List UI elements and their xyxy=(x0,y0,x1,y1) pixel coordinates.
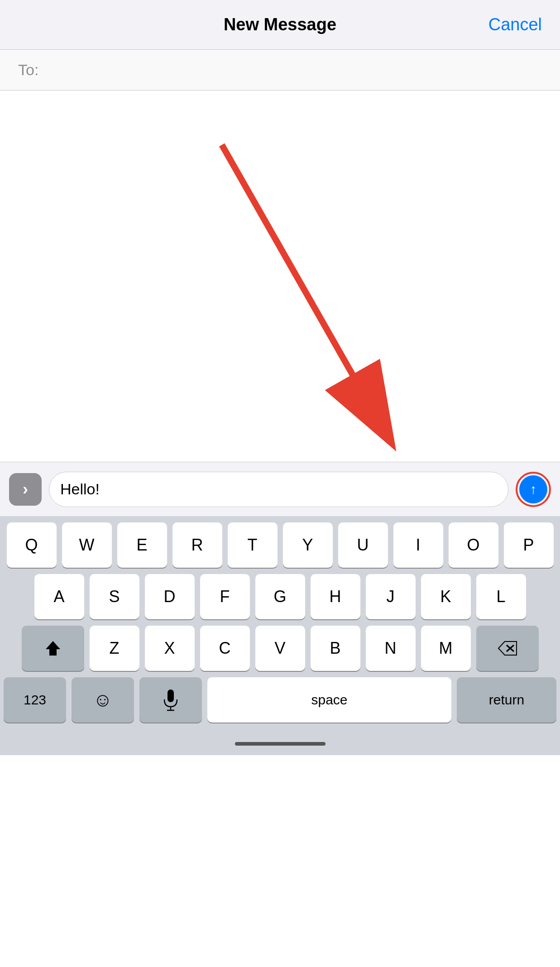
send-button-wrapper: ↑ xyxy=(516,472,551,507)
input-bar: › ↑ xyxy=(0,462,560,516)
keyboard-row-2: A S D F G H J K L xyxy=(4,574,556,619)
key-n[interactable]: N xyxy=(366,626,416,671)
message-input[interactable] xyxy=(60,480,497,498)
key-c[interactable]: C xyxy=(200,626,250,671)
to-label: To: xyxy=(18,61,38,79)
expand-button[interactable]: › xyxy=(9,473,42,506)
key-u[interactable]: U xyxy=(338,522,388,568)
key-r[interactable]: R xyxy=(172,522,222,568)
message-input-wrapper xyxy=(49,472,508,507)
key-l[interactable]: L xyxy=(476,574,526,619)
key-t[interactable]: T xyxy=(228,522,278,568)
emoji-key[interactable]: ☺ xyxy=(72,677,134,723)
key-s[interactable]: S xyxy=(90,574,139,619)
key-z[interactable]: Z xyxy=(90,626,139,671)
to-input[interactable] xyxy=(43,61,542,79)
send-button[interactable]: ↑ xyxy=(519,475,547,503)
chevron-right-icon: › xyxy=(23,480,28,499)
page-title: New Message xyxy=(224,15,336,34)
message-body xyxy=(0,91,560,462)
key-y[interactable]: Y xyxy=(283,522,333,568)
key-a[interactable]: A xyxy=(34,574,84,619)
bottom-bar xyxy=(0,732,560,755)
numbers-key[interactable]: 123 xyxy=(4,677,66,723)
annotation-arrow xyxy=(0,91,560,462)
svg-marker-2 xyxy=(46,641,60,656)
key-q[interactable]: Q xyxy=(7,522,57,568)
key-h[interactable]: H xyxy=(311,574,360,619)
key-w[interactable]: W xyxy=(62,522,112,568)
key-i[interactable]: I xyxy=(393,522,443,568)
keyboard-row-3: Z X C V B N M xyxy=(4,626,556,671)
to-field-row: To: xyxy=(0,50,560,91)
key-k[interactable]: K xyxy=(421,574,471,619)
delete-key[interactable] xyxy=(476,626,539,671)
keyboard-row-1: Q W E R T Y U I O P xyxy=(4,522,556,568)
space-key[interactable]: space xyxy=(207,677,451,723)
cancel-button[interactable]: Cancel xyxy=(488,15,542,34)
key-b[interactable]: B xyxy=(311,626,360,671)
key-o[interactable]: O xyxy=(449,522,498,568)
mic-key[interactable] xyxy=(139,677,202,723)
svg-line-1 xyxy=(222,145,371,407)
key-p[interactable]: P xyxy=(504,522,554,568)
home-indicator xyxy=(235,742,325,746)
key-f[interactable]: F xyxy=(200,574,250,619)
header: New Message Cancel xyxy=(0,0,560,50)
keyboard: Q W E R T Y U I O P A S D F G H J K L Z … xyxy=(0,516,560,732)
key-m[interactable]: M xyxy=(421,626,471,671)
key-v[interactable]: V xyxy=(255,626,305,671)
key-d[interactable]: D xyxy=(145,574,195,619)
key-e[interactable]: E xyxy=(117,522,167,568)
key-g[interactable]: G xyxy=(255,574,305,619)
shift-key[interactable] xyxy=(22,626,84,671)
return-key[interactable]: return xyxy=(457,677,556,723)
send-icon: ↑ xyxy=(530,483,537,496)
keyboard-row-4: 123 ☺ space return xyxy=(4,677,556,723)
key-x[interactable]: X xyxy=(145,626,195,671)
key-j[interactable]: J xyxy=(366,574,416,619)
svg-rect-5 xyxy=(168,689,174,702)
